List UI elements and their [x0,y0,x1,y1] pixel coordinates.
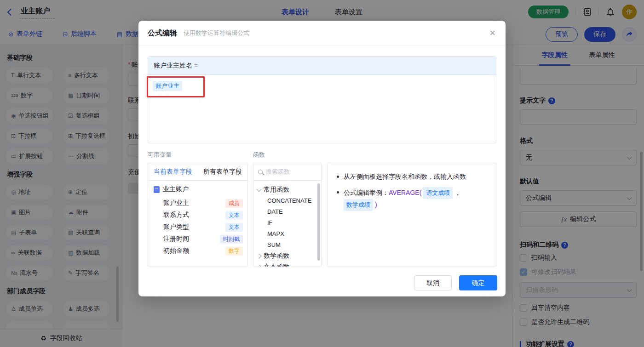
function-item-if[interactable]: IF [257,217,321,228]
example-chip-math: 数学成绩 [344,199,373,211]
function-search-input[interactable] [266,168,312,175]
chevron-down-icon [256,187,261,192]
variable-row-account-type[interactable]: 账户类型 文本 [154,221,243,233]
function-group-math[interactable]: 数学函数 [257,250,321,262]
modal-subtitle: 使用数学运算符编辑公式 [184,29,249,37]
type-badge: 文本 [225,211,243,220]
type-badge: 数字 [225,247,243,256]
confirm-button[interactable]: 确定 [459,275,497,290]
chevron-right-icon [256,253,261,258]
function-item-date[interactable]: DATE [257,206,321,217]
tree-form-node[interactable]: 业主账户 [154,185,243,193]
variables-tabs: 当前表单字段 所有表单字段 [148,163,247,181]
modal-footer: 取消 确定 [138,267,506,290]
app-window: 业主账户 表单设计 表单设置 数据管理 [0,0,644,347]
hint-panel: 从左侧面板选择字段名和函数，或输入函数 公式编辑举例：AVERAGE( 语文成绩… [327,163,496,267]
close-icon[interactable]: × [489,28,495,38]
variable-row-initial-amount[interactable]: 初始金额 数字 [154,245,243,257]
function-item-mapx[interactable]: MAPX [257,228,321,239]
chevron-right-icon [256,264,261,267]
search-icon [258,170,263,174]
example-function-name: AVERAGE( [389,189,421,196]
function-list: 常用函数 CONCATENATE DATE IF MAPX SUM 数学函数 文… [253,181,321,267]
function-search [253,163,321,181]
formula-target: 账户业主姓名 = [148,57,496,75]
example-chip-chinese: 语文成绩 [423,187,453,199]
panels-row: 当前表单字段 所有表单字段 业主账户 账户业主 成员 联系方式 文本 [138,163,506,267]
variable-row-register-time[interactable]: 注册时间 时间戳 [154,233,243,245]
type-badge: 文本 [225,223,243,232]
functions-label: 函数 [253,151,265,159]
variables-tree: 业主账户 账户业主 成员 联系方式 文本 账户类型 文本 [148,181,247,257]
function-item-sum[interactable]: SUM [257,239,321,250]
formula-editor-box: 账户业主姓名 = 账户业主 [148,56,496,143]
formula-variable-chip[interactable]: 账户业主 [153,81,182,91]
variables-label: 可用变量 [148,151,253,159]
modal-title: 公式编辑 [148,28,177,38]
modal-header: 公式编辑 使用数学运算符编辑公式 × [138,21,506,46]
cancel-button[interactable]: 取消 [414,275,452,290]
hint-line-2: 公式编辑举例：AVERAGE( 语文成绩 ， 数学成绩 ) [337,187,489,211]
tab-all-form-fields[interactable]: 所有表单字段 [198,168,247,176]
variable-row-contact[interactable]: 联系方式 文本 [154,209,243,221]
tab-current-form-fields[interactable]: 当前表单字段 [148,168,198,176]
functions-scrollbar[interactable] [317,183,320,261]
form-doc-icon [154,186,160,193]
type-badge: 时间戳 [220,235,243,244]
function-group-text[interactable]: 文本函数 [257,262,321,267]
variables-panel: 当前表单字段 所有表单字段 业主账户 账户业主 成员 联系方式 文本 [148,163,248,267]
formula-editor-modal: 公式编辑 使用数学运算符编辑公式 × 账户业主姓名 = 账户业主 可用变量 函数… [138,21,506,296]
hint-line-1: 从左侧面板选择字段名和函数，或输入函数 [337,171,489,182]
function-item-concatenate[interactable]: CONCATENATE [257,195,321,206]
variable-row-owner[interactable]: 账户业主 成员 [154,197,243,209]
functions-panel: 常用函数 CONCATENATE DATE IF MAPX SUM 数学函数 文… [253,163,322,267]
function-group-common[interactable]: 常用函数 [257,184,321,195]
panel-labels: 可用变量 函数 [138,151,506,159]
formula-input-area[interactable]: 账户业主 [148,75,496,97]
type-badge: 成员 [225,199,243,208]
